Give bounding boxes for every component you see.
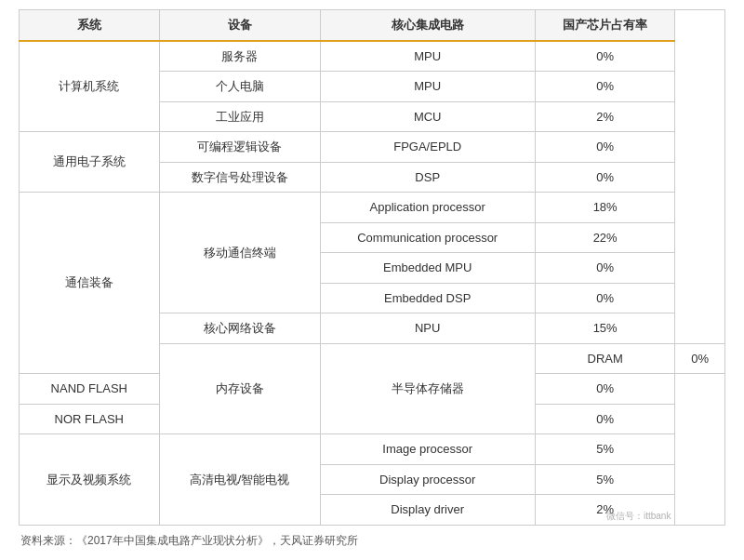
cell-rate: 0% bbox=[675, 343, 725, 374]
header-chip: 核心集成电路 bbox=[320, 10, 535, 41]
table-row: 通信装备移动通信终端Application processor18% bbox=[20, 193, 725, 223]
watermark-text: 微信号：ittbank bbox=[606, 509, 671, 523]
cell-device: 可编程逻辑设备 bbox=[159, 132, 320, 163]
main-table: 系统 设备 核心集成电路 国产芯片占有率 计算机系统服务器MPU0%个人电脑MP… bbox=[19, 9, 725, 526]
cell-rate: 2% bbox=[535, 101, 675, 132]
cell-chip: NAND FLASH bbox=[20, 374, 160, 405]
cell-chip: Image processor bbox=[320, 434, 535, 465]
cell-rate: 0% bbox=[535, 72, 675, 102]
cell-chip: MPU bbox=[320, 41, 535, 72]
cell-chip: Application processor bbox=[320, 193, 535, 223]
cell-chip: Embedded DSP bbox=[320, 283, 535, 313]
cell-device: 高清电视/智能电视 bbox=[159, 434, 320, 526]
cell-device: 个人电脑 bbox=[159, 72, 320, 102]
header-system: 系统 bbox=[20, 10, 160, 41]
footer-text: 资料来源：《2017年中国集成电路产业现状分析》，天风证券研究所 bbox=[19, 533, 725, 549]
header-device: 设备 bbox=[159, 10, 320, 41]
cell-system: 计算机系统 bbox=[20, 41, 160, 132]
cell-rate: 15% bbox=[535, 313, 675, 344]
cell-chip: MCU bbox=[320, 101, 535, 132]
table-row: 计算机系统服务器MPU0% bbox=[20, 41, 725, 72]
cell-chip: DRAM bbox=[535, 343, 675, 374]
cell-rate: 5% bbox=[535, 434, 675, 465]
table-wrapper: 系统 设备 核心集成电路 国产芯片占有率 计算机系统服务器MPU0%个人电脑MP… bbox=[0, 0, 744, 560]
cell-rate: 0% bbox=[535, 41, 675, 72]
cell-rate: 0% bbox=[535, 253, 675, 284]
table-row: 通用电子系统可编程逻辑设备FPGA/EPLD0% bbox=[20, 132, 725, 163]
cell-chip: MPU bbox=[320, 72, 535, 102]
cell-device: 半导体存储器 bbox=[320, 343, 535, 434]
cell-system: 通用电子系统 bbox=[20, 132, 160, 193]
cell-chip: FPGA/EPLD bbox=[320, 132, 535, 163]
cell-system: 显示及视频系统 bbox=[20, 434, 160, 526]
cell-chip: Display driver bbox=[320, 495, 535, 526]
cell-rate: 0% bbox=[535, 132, 675, 163]
cell-rate: 5% bbox=[535, 464, 675, 495]
cell-rate: 0% bbox=[535, 404, 675, 434]
header-row: 系统 设备 核心集成电路 国产芯片占有率 bbox=[20, 10, 725, 41]
cell-rate: 0% bbox=[535, 283, 675, 313]
cell-rate: 22% bbox=[535, 222, 675, 253]
cell-system: 内存设备 bbox=[159, 343, 320, 434]
cell-device: 移动通信终端 bbox=[159, 193, 320, 313]
cell-chip: DSP bbox=[320, 162, 535, 193]
cell-chip: Display processor bbox=[320, 464, 535, 495]
cell-rate: 0% bbox=[535, 162, 675, 193]
cell-chip: NPU bbox=[320, 313, 535, 344]
cell-device: 数字信号处理设备 bbox=[159, 162, 320, 193]
header-rate: 国产芯片占有率 bbox=[535, 10, 675, 41]
cell-chip: NOR FLASH bbox=[20, 404, 160, 434]
cell-rate: 0% bbox=[535, 374, 675, 405]
cell-rate: 2%微信号：ittbank bbox=[535, 495, 675, 526]
cell-device: 核心网络设备 bbox=[159, 313, 320, 344]
cell-chip: Communication processor bbox=[320, 222, 535, 253]
cell-chip: Embedded MPU bbox=[320, 253, 535, 284]
table-row: 显示及视频系统高清电视/智能电视Image processor5% bbox=[20, 434, 725, 465]
cell-device: 服务器 bbox=[159, 41, 320, 72]
cell-device: 工业应用 bbox=[159, 101, 320, 132]
cell-rate: 18% bbox=[535, 193, 675, 223]
cell-system: 通信装备 bbox=[20, 193, 160, 374]
